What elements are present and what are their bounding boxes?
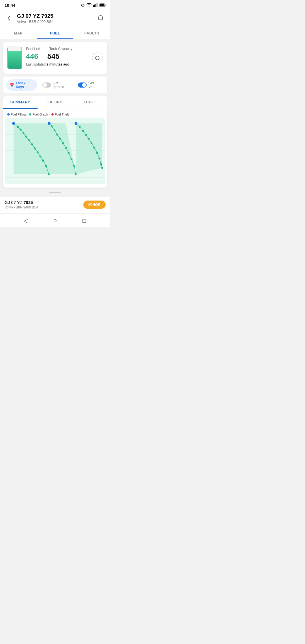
get-vehicle-toggle[interactable]: Get Ve... [75,79,104,91]
svg-point-43 [91,142,93,144]
svg-marker-37 [76,123,102,174]
filter-bar: 📅 Last 7 Days Get Ignored Get Ve... [3,77,107,93]
back-button[interactable] [5,14,14,23]
fuel-labels-row: Fuel Left Tank Capacity [26,47,86,51]
theft-dot [51,113,54,116]
subtab-filling[interactable]: FILLING [38,96,72,109]
bottom-vehicle-info: GJ 07 YZ 7925 Volvo - B8R 9400 BS4 [5,200,38,209]
svg-point-22 [42,160,44,162]
tank-capacity-value: 545 [47,52,59,61]
notification-button[interactable] [95,13,106,23]
settings-icon: ⚙ [81,3,85,8]
status-icons: ⚙ [81,3,106,8]
svg-rect-6 [100,4,104,6]
svg-point-44 [93,147,95,149]
bottom-handle [0,191,110,194]
svg-point-17 [28,140,30,142]
main-tabs: MAP FUEL FAULTS [0,27,110,39]
svg-rect-1 [94,5,95,7]
get-ignored-switch[interactable] [42,82,51,88]
fuel-gauge-fill [8,51,21,69]
svg-point-39 [79,126,81,128]
nav-home-button[interactable]: ○ [51,217,59,225]
svg-point-20 [37,151,39,153]
tab-map[interactable]: MAP [0,27,37,39]
fuel-gauge-background [7,47,22,69]
drag-handle[interactable] [49,192,61,193]
svg-rect-2 [95,4,96,7]
date-filter-chip[interactable]: 📅 Last 7 Days [6,79,37,91]
bottom-vehicle-subtitle: Volvo - B8R 9400 BS4 [5,205,38,209]
nav-back-button[interactable]: ◁ [22,217,30,225]
svg-point-34 [71,158,73,160]
svg-point-40 [82,130,84,132]
toggle-knob-on [82,83,86,87]
chart-container: Fuel Filling Fuel Graph Fuel Theft [3,109,107,188]
status-time: 10:44 [5,3,15,8]
svg-point-29 [56,134,58,136]
svg-point-33 [68,152,70,154]
fuel-left-label: Fuel Left [26,47,40,51]
refresh-button[interactable] [92,53,103,63]
svg-point-18 [31,143,33,145]
tab-faults[interactable]: FAULTS [73,27,110,39]
status-bar: 10:44 ⚙ [0,0,110,10]
chart-svg [5,118,105,183]
subtab-summary[interactable]: SUMMARY [3,96,38,109]
svg-point-30 [59,138,61,140]
svg-point-13 [17,126,19,128]
toggle-knob [43,83,47,87]
filling-dot [7,113,10,116]
svg-point-32 [65,147,67,149]
svg-point-14 [20,129,22,131]
svg-rect-0 [93,5,94,7]
fuel-card: Fuel Left Tank Capacity 446 545 Last upd… [3,42,107,74]
nav-recents-button[interactable]: □ [80,217,88,225]
date-chip-label: Last 7 Days [16,81,34,89]
svg-point-27 [51,125,53,127]
svg-rect-3 [97,3,97,7]
svg-point-26 [48,122,51,125]
tab-fuel[interactable]: FUEL [37,27,73,39]
get-vehicle-switch[interactable] [78,82,87,88]
legend-theft: Fuel Theft [51,113,69,116]
calendar-icon: 📅 [10,83,14,87]
bottom-sheet: GJ 07 YZ 7925 Volvo - B8R 9400 BS4 MINOR [0,197,110,213]
get-ignored-toggle[interactable]: Get Ignored [40,79,73,91]
svg-point-45 [96,152,98,154]
subtab-theft[interactable]: THEFT [73,96,107,109]
sub-tabs: SUMMARY FILLING THEFT [3,96,107,109]
bottom-vehicle-name: GJ 07 YZ 7925 [5,200,38,205]
svg-point-21 [40,156,42,158]
svg-point-12 [12,122,15,125]
header-subtitle: Volvo - B8R 9400 BS4 [17,19,53,24]
fuel-card-inner: Fuel Left Tank Capacity 446 545 Last upd… [7,47,103,69]
header-left: GJ 07 YZ 7925 Volvo - B8R 9400 BS4 [5,13,53,24]
legend-filling: Fuel Filling [7,113,26,116]
legend-graph: Fuel Graph [29,113,48,116]
get-vehicle-label: Get Ve... [88,81,101,89]
fuel-values-row: 446 545 [26,52,86,61]
fuel-left-value: 446 [26,52,38,61]
graph-label: Fuel Graph [32,113,48,116]
fuel-gauge [7,47,22,69]
chart-legend: Fuel Filling Fuel Graph Fuel Theft [5,112,105,118]
theft-label: Fuel Theft [55,113,69,116]
svg-rect-5 [105,5,106,6]
header-info: GJ 07 YZ 7925 Volvo - B8R 9400 BS4 [17,13,53,24]
fuel-updated-text: Last updated 2 minutes ago [26,62,86,66]
get-ignored-label: Get Ignored [53,81,70,89]
signal-icon [93,3,98,7]
header-title: GJ 07 YZ 7925 [17,13,53,19]
wifi-icon [86,3,91,7]
filling-label: Fuel Filling [11,113,26,116]
svg-point-41 [85,134,87,136]
svg-point-47 [100,163,102,165]
header: GJ 07 YZ 7925 Volvo - B8R 9400 BS4 [0,10,110,27]
minor-badge[interactable]: MINOR [83,201,106,209]
svg-point-46 [99,158,101,160]
svg-point-16 [25,136,27,138]
android-nav: ◁ ○ □ [0,214,110,227]
svg-point-38 [75,122,77,125]
svg-point-19 [34,147,36,149]
